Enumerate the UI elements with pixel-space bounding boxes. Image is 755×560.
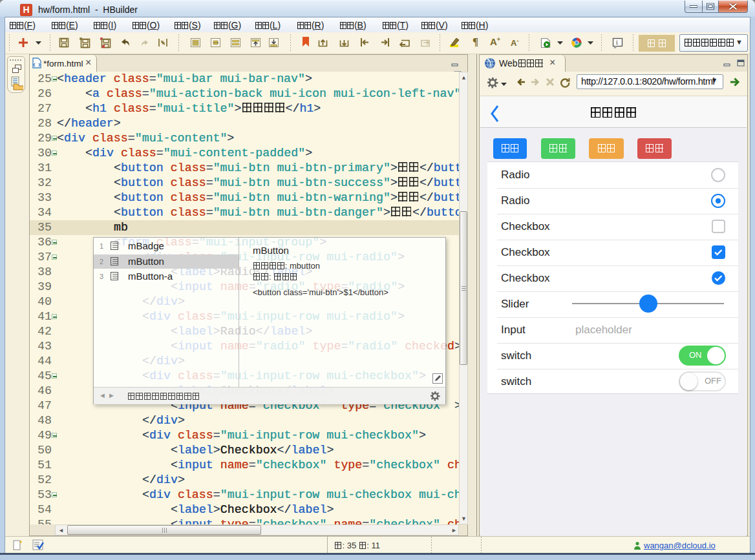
svg-text:i: i bbox=[616, 39, 618, 46]
svg-text:<>: <> bbox=[214, 41, 219, 45]
